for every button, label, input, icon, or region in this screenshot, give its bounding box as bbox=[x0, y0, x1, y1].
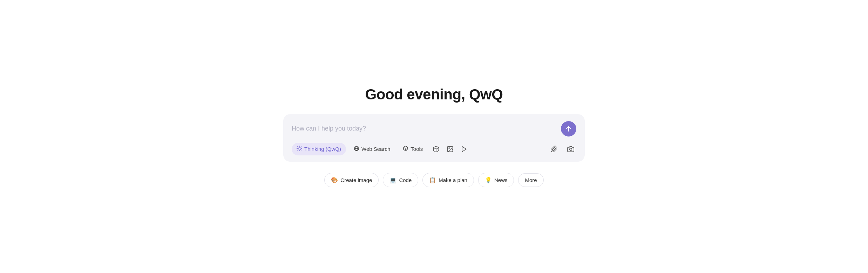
toolbar-right bbox=[548, 144, 576, 155]
camera-button[interactable] bbox=[565, 144, 576, 155]
web-search-chip[interactable]: Web Search bbox=[349, 143, 395, 155]
video-button[interactable] bbox=[459, 144, 470, 155]
suggestion-row: 🎨 Create image 💻 Code 📋 Make a plan 💡 Ne… bbox=[324, 173, 543, 187]
news-label: News bbox=[494, 177, 508, 183]
web-search-icon bbox=[354, 146, 359, 153]
create-image-emoji: 🎨 bbox=[331, 177, 338, 183]
submit-button[interactable] bbox=[561, 121, 576, 136]
svg-marker-6 bbox=[462, 146, 466, 152]
news-chip[interactable]: 💡 News bbox=[478, 173, 514, 187]
cube-icon bbox=[433, 146, 440, 153]
thinking-label: Thinking (QwQ) bbox=[304, 146, 341, 152]
svg-point-7 bbox=[570, 148, 572, 150]
cube-button[interactable] bbox=[430, 144, 442, 155]
svg-point-0 bbox=[299, 148, 300, 149]
thinking-icon bbox=[297, 146, 302, 153]
attach-button[interactable] bbox=[548, 144, 560, 155]
create-image-chip[interactable]: 🎨 Create image bbox=[324, 173, 379, 187]
code-label: Code bbox=[399, 177, 412, 183]
main-container: Good evening, QwQ How can I help you tod… bbox=[276, 72, 592, 201]
video-icon bbox=[461, 146, 468, 153]
search-placeholder: How can I help you today? bbox=[292, 125, 366, 132]
image-icon bbox=[447, 146, 454, 153]
tools-chip[interactable]: Tools bbox=[398, 143, 428, 155]
news-emoji: 💡 bbox=[485, 177, 492, 183]
more-label: More bbox=[525, 177, 537, 183]
search-input-row: How can I help you today? bbox=[292, 121, 576, 136]
web-search-label: Web Search bbox=[361, 146, 390, 152]
tools-label: Tools bbox=[411, 146, 423, 152]
image-button[interactable] bbox=[445, 144, 456, 155]
make-a-plan-emoji: 📋 bbox=[429, 177, 436, 183]
create-image-label: Create image bbox=[340, 177, 372, 183]
make-a-plan-label: Make a plan bbox=[439, 177, 467, 183]
toolbar-left: Thinking (QwQ) Web Search bbox=[292, 143, 470, 155]
code-chip[interactable]: 💻 Code bbox=[383, 173, 418, 187]
thinking-chip[interactable]: Thinking (QwQ) bbox=[292, 143, 346, 155]
more-chip[interactable]: More bbox=[518, 173, 543, 187]
make-a-plan-chip[interactable]: 📋 Make a plan bbox=[422, 173, 474, 187]
svg-point-5 bbox=[449, 147, 450, 148]
greeting-heading: Good evening, QwQ bbox=[365, 86, 503, 103]
camera-icon bbox=[567, 146, 574, 153]
code-emoji: 💻 bbox=[389, 177, 396, 183]
attach-icon bbox=[550, 146, 557, 153]
tools-icon bbox=[403, 146, 408, 153]
toolbar-row: Thinking (QwQ) Web Search bbox=[292, 143, 576, 155]
search-box: How can I help you today? Thinking (QwQ) bbox=[283, 114, 585, 162]
